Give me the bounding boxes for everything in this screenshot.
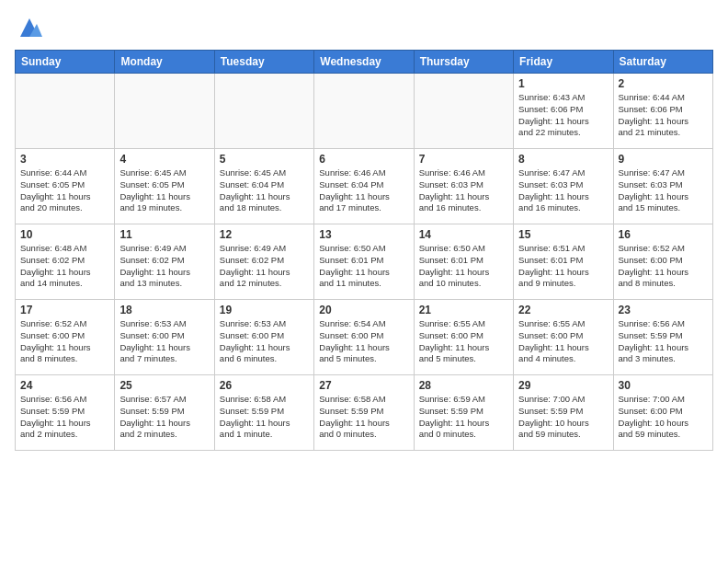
calendar-table: SundayMondayTuesdayWednesdayThursdayFrid… <box>15 50 713 451</box>
calendar-week-row: 24Sunrise: 6:56 AM Sunset: 5:59 PM Dayli… <box>16 375 713 451</box>
day-number: 19 <box>220 304 309 316</box>
calendar-cell: 30Sunrise: 7:00 AM Sunset: 6:00 PM Dayli… <box>613 375 712 451</box>
calendar-cell: 2Sunrise: 6:44 AM Sunset: 6:06 PM Daylig… <box>613 74 712 149</box>
calendar-cell: 22Sunrise: 6:55 AM Sunset: 6:00 PM Dayli… <box>514 300 613 375</box>
day-info: Sunrise: 6:49 AM Sunset: 6:02 PM Dayligh… <box>220 243 309 290</box>
day-info: Sunrise: 6:58 AM Sunset: 5:59 PM Dayligh… <box>220 394 309 441</box>
day-number: 13 <box>319 228 408 241</box>
day-number: 28 <box>419 379 508 392</box>
day-info: Sunrise: 6:44 AM Sunset: 6:05 PM Dayligh… <box>20 167 109 214</box>
calendar-cell: 14Sunrise: 6:50 AM Sunset: 6:01 PM Dayli… <box>414 224 513 300</box>
calendar-cell: 16Sunrise: 6:52 AM Sunset: 6:00 PM Dayli… <box>613 224 712 300</box>
day-number: 24 <box>20 379 109 392</box>
calendar-cell: 10Sunrise: 6:48 AM Sunset: 6:02 PM Dayli… <box>16 224 115 300</box>
calendar-cell: 1Sunrise: 6:43 AM Sunset: 6:06 PM Daylig… <box>514 74 613 149</box>
day-number: 3 <box>20 153 109 166</box>
day-number: 5 <box>220 153 309 166</box>
day-number: 9 <box>619 153 708 166</box>
day-number: 20 <box>319 304 408 316</box>
day-info: Sunrise: 6:47 AM Sunset: 6:03 PM Dayligh… <box>619 167 708 214</box>
day-of-week-header: Tuesday <box>214 51 313 74</box>
day-info: Sunrise: 6:45 AM Sunset: 6:05 PM Dayligh… <box>119 167 209 214</box>
calendar-cell <box>214 74 313 149</box>
day-info: Sunrise: 6:58 AM Sunset: 5:59 PM Dayligh… <box>319 394 408 441</box>
calendar-cell: 18Sunrise: 6:53 AM Sunset: 6:00 PM Dayli… <box>115 300 214 375</box>
calendar-cell: 11Sunrise: 6:49 AM Sunset: 6:02 PM Dayli… <box>115 224 214 300</box>
calendar-week-row: 17Sunrise: 6:52 AM Sunset: 6:00 PM Dayli… <box>16 300 713 375</box>
page-header <box>15 15 713 40</box>
day-info: Sunrise: 6:55 AM Sunset: 6:00 PM Dayligh… <box>419 318 508 365</box>
day-info: Sunrise: 6:52 AM Sunset: 6:00 PM Dayligh… <box>20 318 109 365</box>
calendar-cell: 19Sunrise: 6:53 AM Sunset: 6:00 PM Dayli… <box>214 300 313 375</box>
day-info: Sunrise: 6:54 AM Sunset: 6:00 PM Dayligh… <box>319 318 408 365</box>
calendar-cell: 5Sunrise: 6:45 AM Sunset: 6:04 PM Daylig… <box>214 149 313 224</box>
calendar-cell: 25Sunrise: 6:57 AM Sunset: 5:59 PM Dayli… <box>115 375 214 451</box>
day-info: Sunrise: 6:56 AM Sunset: 5:59 PM Dayligh… <box>20 394 109 441</box>
calendar-header-row: SundayMondayTuesdayWednesdayThursdayFrid… <box>16 51 713 74</box>
day-info: Sunrise: 6:56 AM Sunset: 5:59 PM Dayligh… <box>619 318 708 365</box>
calendar-cell: 27Sunrise: 6:58 AM Sunset: 5:59 PM Dayli… <box>314 375 414 451</box>
day-number: 2 <box>619 77 708 90</box>
day-number: 16 <box>619 228 708 241</box>
day-info: Sunrise: 6:59 AM Sunset: 5:59 PM Dayligh… <box>419 394 508 441</box>
day-info: Sunrise: 6:57 AM Sunset: 5:59 PM Dayligh… <box>119 394 209 441</box>
day-of-week-header: Friday <box>514 51 613 74</box>
day-number: 12 <box>220 228 309 241</box>
calendar-cell: 28Sunrise: 6:59 AM Sunset: 5:59 PM Dayli… <box>414 375 513 451</box>
day-info: Sunrise: 6:53 AM Sunset: 6:00 PM Dayligh… <box>220 318 309 365</box>
day-number: 8 <box>518 153 608 166</box>
day-info: Sunrise: 7:00 AM Sunset: 6:00 PM Dayligh… <box>619 394 708 441</box>
day-number: 6 <box>319 153 408 166</box>
day-number: 21 <box>419 304 508 316</box>
day-info: Sunrise: 6:51 AM Sunset: 6:01 PM Dayligh… <box>518 243 608 290</box>
day-info: Sunrise: 6:55 AM Sunset: 6:00 PM Dayligh… <box>518 318 608 365</box>
logo <box>15 15 42 40</box>
day-number: 4 <box>119 153 209 166</box>
day-of-week-header: Saturday <box>613 51 712 74</box>
day-info: Sunrise: 6:44 AM Sunset: 6:06 PM Dayligh… <box>619 92 708 139</box>
calendar-week-row: 1Sunrise: 6:43 AM Sunset: 6:06 PM Daylig… <box>16 74 713 149</box>
day-info: Sunrise: 7:00 AM Sunset: 5:59 PM Dayligh… <box>518 394 608 441</box>
day-info: Sunrise: 6:53 AM Sunset: 6:00 PM Dayligh… <box>119 318 209 365</box>
calendar-cell: 17Sunrise: 6:52 AM Sunset: 6:00 PM Dayli… <box>16 300 115 375</box>
calendar-cell <box>16 74 115 149</box>
day-info: Sunrise: 6:49 AM Sunset: 6:02 PM Dayligh… <box>119 243 209 290</box>
day-of-week-header: Wednesday <box>314 51 414 74</box>
day-number: 14 <box>419 228 508 241</box>
day-number: 11 <box>119 228 209 241</box>
calendar-cell: 21Sunrise: 6:55 AM Sunset: 6:00 PM Dayli… <box>414 300 513 375</box>
calendar-cell: 20Sunrise: 6:54 AM Sunset: 6:00 PM Dayli… <box>314 300 414 375</box>
day-number: 29 <box>518 379 608 392</box>
day-number: 27 <box>319 379 408 392</box>
calendar-cell: 23Sunrise: 6:56 AM Sunset: 5:59 PM Dayli… <box>613 300 712 375</box>
day-info: Sunrise: 6:52 AM Sunset: 6:00 PM Dayligh… <box>619 243 708 290</box>
day-number: 17 <box>20 304 109 316</box>
day-number: 30 <box>619 379 708 392</box>
calendar-cell <box>314 74 414 149</box>
calendar-cell: 15Sunrise: 6:51 AM Sunset: 6:01 PM Dayli… <box>514 224 613 300</box>
calendar-cell: 6Sunrise: 6:46 AM Sunset: 6:04 PM Daylig… <box>314 149 414 224</box>
calendar-cell: 12Sunrise: 6:49 AM Sunset: 6:02 PM Dayli… <box>214 224 313 300</box>
day-of-week-header: Sunday <box>16 51 115 74</box>
calendar-cell: 24Sunrise: 6:56 AM Sunset: 5:59 PM Dayli… <box>16 375 115 451</box>
day-number: 26 <box>220 379 309 392</box>
calendar-cell: 3Sunrise: 6:44 AM Sunset: 6:05 PM Daylig… <box>16 149 115 224</box>
logo-icon <box>17 15 42 40</box>
calendar-cell <box>414 74 513 149</box>
day-info: Sunrise: 6:50 AM Sunset: 6:01 PM Dayligh… <box>419 243 508 290</box>
day-info: Sunrise: 6:43 AM Sunset: 6:06 PM Dayligh… <box>518 92 608 139</box>
day-number: 25 <box>119 379 209 392</box>
calendar-week-row: 3Sunrise: 6:44 AM Sunset: 6:05 PM Daylig… <box>16 149 713 224</box>
day-number: 23 <box>619 304 708 316</box>
day-number: 15 <box>518 228 608 241</box>
day-info: Sunrise: 6:46 AM Sunset: 6:03 PM Dayligh… <box>419 167 508 214</box>
day-number: 22 <box>518 304 608 316</box>
day-number: 18 <box>119 304 209 316</box>
day-info: Sunrise: 6:45 AM Sunset: 6:04 PM Dayligh… <box>220 167 309 214</box>
day-number: 1 <box>518 77 608 90</box>
calendar-cell: 8Sunrise: 6:47 AM Sunset: 6:03 PM Daylig… <box>514 149 613 224</box>
calendar-cell: 4Sunrise: 6:45 AM Sunset: 6:05 PM Daylig… <box>115 149 214 224</box>
calendar-cell: 29Sunrise: 7:00 AM Sunset: 5:59 PM Dayli… <box>514 375 613 451</box>
calendar-cell: 26Sunrise: 6:58 AM Sunset: 5:59 PM Dayli… <box>214 375 313 451</box>
day-info: Sunrise: 6:50 AM Sunset: 6:01 PM Dayligh… <box>319 243 408 290</box>
